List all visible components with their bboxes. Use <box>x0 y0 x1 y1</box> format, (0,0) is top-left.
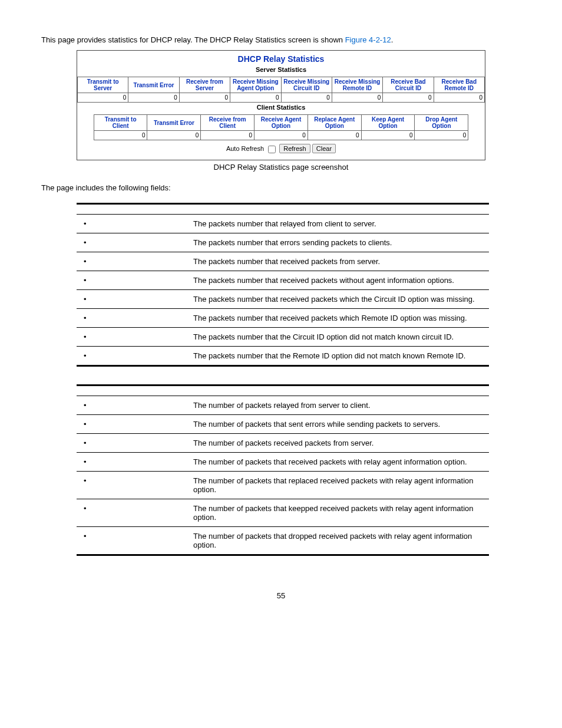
field-description: The number of packets that keepped recei… <box>190 499 489 527</box>
field-object <box>77 472 190 499</box>
client-col-value: 0 <box>308 131 361 140</box>
client-fields-table: The number of packets relayed from serve… <box>77 384 489 556</box>
intro-after: . <box>391 35 394 44</box>
field-description: The number of packets that replaced rece… <box>190 472 489 499</box>
server-col-value: 0 <box>128 93 179 103</box>
field-object <box>77 252 190 271</box>
server-col-value: 0 <box>434 93 484 103</box>
server-col-value: 0 <box>332 93 382 103</box>
field-description: The packets number that received packets… <box>190 290 489 309</box>
fields-intro: The page includes the following fields: <box>41 183 521 192</box>
field-description: The packets number that the Circuit ID o… <box>190 328 489 347</box>
field-description: The packets number that the Remote ID op… <box>190 347 489 366</box>
field-description: The packets number that received packets… <box>190 309 489 328</box>
client-col-value: 0 <box>415 131 468 140</box>
server-stats-subtitle: Server Statistics <box>77 65 485 77</box>
field-description: The packets number that received packets… <box>190 252 489 271</box>
client-col-value: 0 <box>94 131 147 140</box>
client-col-value: 0 <box>201 131 254 140</box>
field-object <box>77 434 190 453</box>
field-object <box>77 328 190 347</box>
field-object <box>77 347 190 366</box>
client-stats-subtitle: Client Statistics <box>77 103 485 114</box>
field-object <box>77 233 190 252</box>
server-col-header: Transmit to Server <box>78 77 128 93</box>
server-col-header: Receive Missing Agent Option <box>230 77 281 93</box>
page-number: 55 <box>41 591 521 600</box>
field-object <box>77 453 190 472</box>
client-col-header: Replace Agent Option <box>308 115 361 131</box>
auto-refresh-label: Auto Refresh <box>226 145 264 152</box>
field-object <box>77 415 190 434</box>
field-object <box>77 499 190 527</box>
field-object <box>77 290 190 309</box>
server-col-header: Transmit Error <box>128 77 179 93</box>
server-col-value: 0 <box>281 93 332 103</box>
server-col-value: 0 <box>78 93 128 103</box>
client-col-header: Drop Agent Option <box>415 115 468 131</box>
field-description: The number of packets relayed from serve… <box>190 396 489 415</box>
server-col-header: Receive Bad Circuit ID <box>383 77 434 93</box>
auto-refresh-checkbox[interactable] <box>268 146 276 153</box>
client-col-value: 0 <box>147 131 201 140</box>
client-col-value: 0 <box>254 131 308 140</box>
refresh-button[interactable]: Refresh <box>279 144 310 153</box>
intro-before: This page provides statistics for DHCP r… <box>41 35 345 44</box>
figure-link[interactable]: Figure 4-2-12 <box>345 35 391 44</box>
server-col-header: Receive Missing Remote ID <box>332 77 382 93</box>
field-object <box>77 215 190 233</box>
client-stats-table: Transmit to ClientTransmit ErrorReceive … <box>94 114 469 140</box>
field-description: The number of packets that dropped recei… <box>190 527 489 555</box>
server-col-value: 0 <box>383 93 434 103</box>
field-object <box>77 527 190 555</box>
server-fields-table: The packets number that relayed from cli… <box>77 203 489 367</box>
server-col-header: Receive Bad Remote ID <box>434 77 484 93</box>
server-col-value: 0 <box>230 93 281 103</box>
field-description: The packets number that received packets… <box>190 271 489 290</box>
field-description: The packets number that relayed from cli… <box>190 215 489 233</box>
field-description: The number of packets received packets f… <box>190 434 489 453</box>
client-col-header: Transmit to Client <box>94 115 147 131</box>
client-col-header: Transmit Error <box>147 115 201 131</box>
client-col-header: Keep Agent Option <box>361 115 415 131</box>
clear-button[interactable]: Clear <box>312 144 336 153</box>
client-col-header: Receive Agent Option <box>254 115 308 131</box>
field-object <box>77 396 190 415</box>
server-stats-table: Transmit to ServerTransmit ErrorReceive … <box>77 77 485 103</box>
client-col-header: Receive from Client <box>201 115 254 131</box>
field-description: The packets number that errors sending p… <box>190 233 489 252</box>
screenshot-title: DHCP Relay Statistics <box>77 51 485 65</box>
field-description: The number of packets that received pack… <box>190 453 489 472</box>
screenshot-caption: DHCP Relay Statistics page screenshot <box>41 163 521 172</box>
field-object <box>77 271 190 290</box>
server-col-header: Receive from Server <box>179 77 230 93</box>
screenshot-panel: DHCP Relay Statistics Server Statistics … <box>77 50 485 160</box>
client-col-value: 0 <box>361 131 415 140</box>
server-col-value: 0 <box>179 93 230 103</box>
field-description: The number of packets that sent errors w… <box>190 415 489 434</box>
screenshot-controls: Auto Refresh Refresh Clear <box>77 140 485 160</box>
field-object <box>77 309 190 328</box>
intro-text: This page provides statistics for DHCP r… <box>41 35 521 44</box>
server-col-header: Receive Missing Circuit ID <box>281 77 332 93</box>
